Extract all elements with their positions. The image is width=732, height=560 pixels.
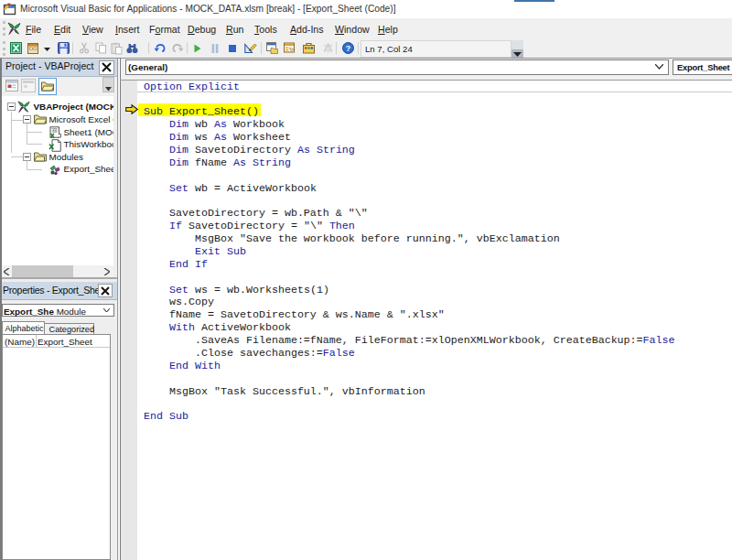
svg-text:?: ?: [346, 44, 351, 53]
